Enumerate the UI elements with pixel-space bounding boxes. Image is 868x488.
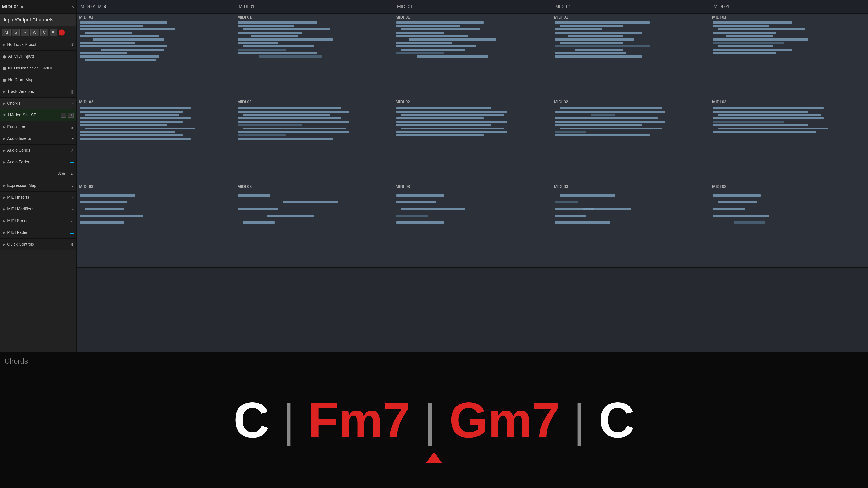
inspector-no-track-preset[interactable]: ▶ No Track Preset ↺	[0, 39, 76, 51]
eq-icon: ◎	[70, 125, 74, 129]
arrange-cell-1-5[interactable]: MIDI 01	[710, 13, 868, 98]
arrange-cell-3-5[interactable]: MIDI 03	[710, 183, 868, 267]
halion-edit-icon[interactable]: ≡	[61, 113, 66, 118]
arrow-icon: ▶	[3, 230, 5, 235]
arrange-cell-2-1[interactable]: MIDI 02	[77, 98, 235, 183]
arrange-cell-4-3[interactable]	[393, 268, 552, 352]
chord-display: C | Fm7 | Gm7 | C	[0, 392, 868, 449]
halion-icon: ⬤	[3, 66, 6, 70]
chord-fm7-text: Fm7	[308, 392, 410, 449]
cell-label: MIDI 03	[554, 184, 568, 189]
arrange-cell-2-5[interactable]: MIDI 02	[710, 98, 868, 183]
inspector-quick-controls[interactable]: ▶ Quick Controls ⊕	[0, 238, 76, 250]
w-button[interactable]: W	[30, 29, 39, 36]
inspector-label: Audio Sends	[7, 148, 30, 153]
arrange-cell-3-1[interactable]: MIDI 03	[77, 183, 235, 267]
transport-row: M S R W C ≡	[0, 26, 76, 39]
c-button[interactable]: C	[40, 29, 49, 36]
arrange-cell-2-2[interactable]: MIDI 02	[235, 98, 393, 183]
arrange-cell-1-2[interactable]: MIDI 01	[235, 13, 393, 98]
arrange-cell-4-2[interactable]	[235, 268, 393, 352]
midi-notes	[552, 105, 710, 183]
arrange-cell-4-5[interactable]	[710, 268, 868, 352]
inspector-midi-inserts[interactable]: ▶ MIDI Inserts +	[0, 192, 76, 203]
arrange-cell-2-3[interactable]: MIDI 02	[393, 98, 552, 183]
io-header: Input/Output Channels	[0, 13, 76, 26]
inspector-setup[interactable]: Setup ⚙	[0, 168, 76, 180]
cell-label: MIDI 03	[237, 184, 252, 189]
midi-notes	[235, 105, 393, 183]
arrange-cell-1-3[interactable]: MIDI 01	[393, 13, 552, 98]
midi-insert-icon: +	[72, 195, 74, 199]
arrow-icon: ▶	[3, 207, 5, 211]
arrange-cell-1-4[interactable]: MIDI 01	[552, 13, 710, 98]
cell-label: MIDI 02	[712, 100, 726, 104]
arrange-cell-3-4[interactable]: MIDI 03	[552, 183, 710, 267]
track-header-label: MIDI 01	[555, 4, 571, 9]
track-header-label: MIDI 01	[714, 4, 730, 9]
midi-notes	[552, 190, 710, 267]
chord-item-c1: C	[224, 392, 278, 449]
cell-label: MIDI 03	[712, 184, 726, 189]
inspector-equalizers[interactable]: ▶ Equalizers ◎	[0, 121, 76, 133]
midi-notes	[77, 20, 235, 98]
arrange-row-midi01: MIDI 01	[77, 13, 868, 98]
midi-notes	[235, 20, 393, 98]
inspector-label: Equalizers	[7, 125, 26, 129]
top-bar: MIDI 01 ▶ ✕	[0, 0, 76, 13]
arrange-row-midi02: MIDI 02 MIDI 02	[77, 98, 868, 183]
cell-label: MIDI 01	[396, 15, 410, 20]
arrange-cell-3-2[interactable]: MIDI 03	[235, 183, 393, 267]
r-button[interactable]: R	[21, 29, 29, 36]
midi-notes	[393, 105, 551, 183]
arrange-cell-2-4[interactable]: MIDI 02	[552, 98, 710, 183]
midi-input-icon: ⬤	[3, 55, 6, 58]
expand-arrow-icon[interactable]: ▶	[21, 4, 24, 9]
track-header-label: MIDI 01	[81, 4, 96, 9]
arrange-grid: MIDI 01 M S MIDI 01 MIDI 01 MIDI 01 MIDI…	[77, 0, 868, 352]
record-button[interactable]	[59, 29, 65, 36]
inspector-audio-inserts[interactable]: ▶ Audio Inserts +	[0, 133, 76, 144]
inspector-expression-map[interactable]: ▶ Expression Map ♪	[0, 180, 76, 192]
m-btn[interactable]: M	[98, 4, 101, 9]
setup-icon[interactable]: ⚙	[70, 172, 74, 176]
arrow-icon: ▶	[3, 101, 5, 105]
inspector-label: Audio Fader	[7, 160, 29, 164]
m-button[interactable]: M	[2, 29, 11, 36]
s-button[interactable]: S	[12, 29, 20, 36]
arrange-area: MIDI 01 M S MIDI 01 MIDI 01 MIDI 01 MIDI…	[77, 0, 868, 352]
inspector-audio-fader[interactable]: ▶ Audio Fader ▬	[0, 156, 76, 168]
inspector-midi-fader[interactable]: ▶ MIDI Fader ▬	[0, 227, 76, 238]
inspector-halion-sonic[interactable]: ⬤ 01. HALion Sonic SE -MIDI	[0, 62, 76, 74]
inspector-chords[interactable]: ▶ Chords ≡	[0, 98, 76, 109]
arrange-row-midi03: MIDI 03 MIDI 03	[77, 183, 868, 268]
arrange-cell-1-1[interactable]: MIDI 01	[77, 13, 235, 98]
cell-label: MIDI 02	[396, 100, 410, 104]
inspector-halion-se[interactable]: ▼ HALion So...SE ≡ ↺	[0, 109, 76, 121]
chord-c1-text: C	[233, 392, 269, 449]
midi-notes	[77, 105, 235, 183]
inspector-label: No Drum Map	[8, 77, 33, 82]
arrow-icon: ▶	[3, 219, 5, 223]
inspector-track-versions[interactable]: ▶ Track Versions |||	[0, 86, 76, 98]
inspector-label: MIDI Modifiers	[7, 207, 33, 212]
inspector-all-midi-inputs[interactable]: ⬤ All MIDI Inputs	[0, 51, 76, 62]
midi-send-icon: ↗	[71, 219, 74, 223]
arrange-cell-3-3[interactable]: MIDI 03	[393, 183, 552, 267]
inspector-midi-modifiers[interactable]: ▶ MIDI Modifiers ≈	[0, 203, 76, 215]
grid-button[interactable]: ≡	[50, 29, 57, 36]
arrow-icon: ▶	[3, 148, 5, 153]
halion-power-icon[interactable]: ↺	[68, 113, 74, 118]
inspector-midi-sends[interactable]: ▶ MIDI Sends ↗	[0, 215, 76, 227]
inspector-no-drum-map[interactable]: ⬤ No Drum Map	[0, 74, 76, 86]
inspector-audio-sends[interactable]: ▶ Audio Sends ↗	[0, 144, 76, 156]
midi-notes	[393, 190, 551, 267]
arrange-cell-4-4[interactable]	[552, 268, 710, 352]
s-btn[interactable]: S	[103, 4, 106, 9]
cell-label: MIDI 01	[237, 15, 252, 20]
arrange-cell-4-1[interactable]	[77, 268, 235, 352]
track-header-midi02: MIDI 01	[235, 0, 393, 13]
close-icon[interactable]: ✕	[71, 4, 74, 9]
track-header-midi05: MIDI 01	[710, 0, 868, 13]
cell-label: MIDI 01	[554, 15, 568, 20]
